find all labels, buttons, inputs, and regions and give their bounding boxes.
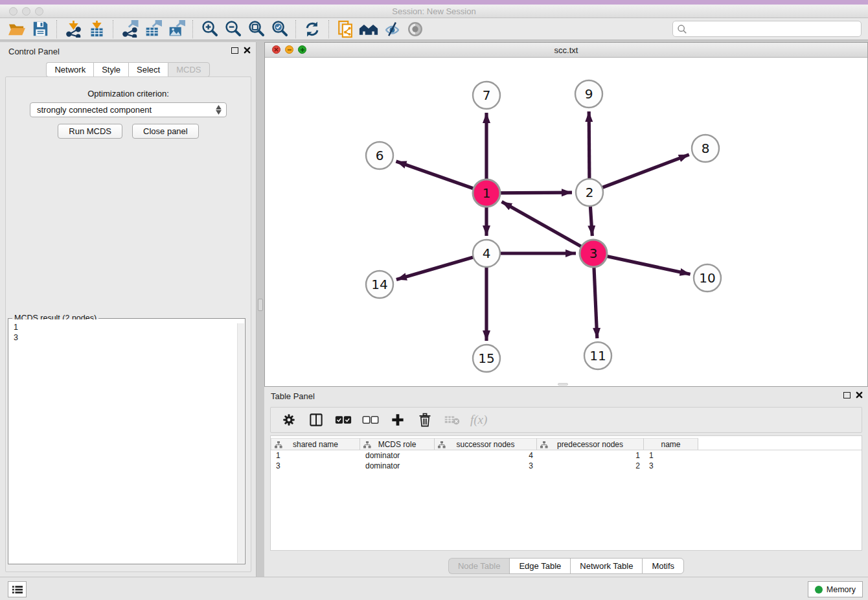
zoom-selected-icon: [271, 20, 288, 38]
export-table-button[interactable]: [141, 19, 165, 39]
mcds-result-item: 1: [14, 322, 236, 332]
graph-edge-3-10[interactable]: [593, 253, 691, 274]
table-cell[interactable]: 2: [537, 461, 644, 471]
network-window-titlebar[interactable]: scc.txt: [265, 43, 867, 58]
tab-network-table[interactable]: Network Table: [570, 558, 642, 574]
main-toolbar: [0, 18, 868, 40]
hierarchy-icon: [275, 441, 282, 448]
deselect-all-rows-button[interactable]: [361, 410, 380, 430]
table-cell[interactable]: 1: [271, 450, 360, 461]
graph-node-label: 4: [483, 246, 491, 261]
hide-selected-button[interactable]: [380, 19, 404, 39]
table-cell[interactable]: 3: [435, 461, 537, 471]
graph-node-label: 9: [585, 86, 593, 102]
zoom-in-icon: [201, 20, 218, 38]
show-all-button[interactable]: [404, 19, 427, 39]
export-network-icon: [121, 20, 139, 38]
hierarchy-icon: [540, 441, 548, 448]
clone-network-button[interactable]: [334, 19, 357, 39]
open-session-button[interactable]: [5, 19, 29, 39]
search-icon: [677, 24, 687, 34]
search-input[interactable]: [687, 24, 861, 34]
panel-divider-grip[interactable]: [258, 299, 263, 311]
columns-icon: [309, 413, 323, 427]
table-cell[interactable]: 3: [271, 461, 360, 471]
network-window-title: scc.txt: [265, 45, 867, 55]
graph-edge-2-8[interactable]: [589, 155, 689, 192]
column-header-predecessor-nodes[interactable]: predecessor nodes: [537, 438, 644, 450]
close-panel-icon[interactable]: [244, 47, 251, 54]
float-table-panel-icon[interactable]: [843, 392, 851, 398]
create-column-button[interactable]: [389, 410, 407, 430]
table-settings-button[interactable]: [280, 410, 298, 430]
import-table-icon: [88, 20, 106, 38]
app-titlebar: Session: New Session: [0, 5, 868, 18]
table-cell[interactable]: dominator: [360, 461, 435, 471]
column-header-name[interactable]: name: [644, 438, 698, 450]
tab-network[interactable]: Network: [46, 62, 93, 77]
zoom-fit-button[interactable]: [244, 19, 268, 39]
hierarchy-icon: [438, 441, 446, 448]
zoom-in-button[interactable]: [198, 19, 221, 39]
control-panel-header: Control Panel: [0, 42, 256, 60]
hierarchy-icon: [363, 441, 371, 448]
function-builder-button-disabled: f(x): [470, 413, 487, 427]
zoom-out-button[interactable]: [221, 19, 244, 39]
tab-node-table[interactable]: Node Table: [448, 558, 510, 574]
graph-node-label: 3: [589, 246, 598, 261]
mcds-panel: Optimization criterion: strongly connect…: [5, 76, 251, 572]
trash-icon: [418, 413, 431, 427]
result-scrollbar[interactable]: [237, 323, 244, 563]
table-cell[interactable]: 1: [537, 450, 644, 461]
view-resize-grip[interactable]: [558, 383, 568, 386]
graph-node-label: 14: [371, 277, 387, 292]
delete-column-button[interactable]: [416, 410, 434, 430]
save-session-button[interactable]: [29, 19, 52, 39]
select-all-rows-button[interactable]: [334, 410, 352, 430]
import-table-button[interactable]: [85, 19, 108, 39]
zoom-out-icon: [224, 20, 242, 38]
export-image-button[interactable]: [165, 19, 188, 39]
import-network-icon: [65, 20, 82, 38]
table-cell[interactable]: 3: [644, 461, 698, 471]
tab-edge-table[interactable]: Edge Table: [509, 558, 570, 574]
close-panel-button[interactable]: Close panel: [132, 124, 199, 139]
first-neighbors-button[interactable]: [357, 19, 380, 39]
graph-node-label: 2: [586, 185, 594, 200]
import-network-button[interactable]: [62, 19, 85, 39]
search-field[interactable]: [672, 21, 862, 37]
export-network-button[interactable]: [118, 19, 141, 39]
column-header-successor-nodes[interactable]: successor nodes: [435, 438, 537, 450]
toolbar-separator: [328, 20, 329, 38]
graph-node-label: 7: [483, 87, 491, 103]
graph-edge-3-1[interactable]: [502, 202, 593, 253]
mcds-result-list[interactable]: 13: [9, 319, 236, 563]
tab-style[interactable]: Style: [93, 62, 128, 77]
column-header-MCDS-role[interactable]: MCDS role: [360, 438, 435, 450]
column-header-shared-name[interactable]: shared name: [271, 438, 360, 450]
close-table-panel-icon[interactable]: [856, 391, 863, 398]
dropdown-stepper-icon: [216, 105, 222, 115]
memory-button[interactable]: Memory: [808, 581, 863, 597]
table-row[interactable]: 3dominator323: [271, 461, 862, 471]
toggle-columns-button[interactable]: [307, 410, 325, 430]
tab-mcds[interactable]: MCDS: [168, 62, 209, 77]
optimization-criterion-label: Optimization criterion:: [6, 89, 251, 98]
tab-select[interactable]: Select: [128, 62, 168, 77]
task-history-button[interactable]: [8, 581, 27, 597]
run-mcds-button[interactable]: Run MCDS: [58, 124, 122, 139]
tab-motifs[interactable]: Motifs: [642, 558, 684, 574]
export-table-icon: [144, 20, 162, 38]
network-graph-canvas[interactable]: 7968124314101511: [265, 58, 867, 386]
export-image-icon: [168, 20, 185, 38]
refresh-button[interactable]: [301, 19, 324, 39]
graph-node-label: 11: [589, 348, 606, 363]
criterion-dropdown[interactable]: strongly connected component: [30, 102, 227, 117]
table-cell[interactable]: 1: [644, 450, 698, 461]
control-panel-title: Control Panel: [8, 47, 60, 56]
table-cell[interactable]: dominator: [360, 450, 435, 461]
table-cell[interactable]: 4: [435, 450, 537, 461]
zoom-selected-button[interactable]: [268, 19, 291, 39]
float-panel-icon[interactable]: [231, 47, 238, 54]
table-row[interactable]: 1dominator411: [271, 450, 862, 461]
